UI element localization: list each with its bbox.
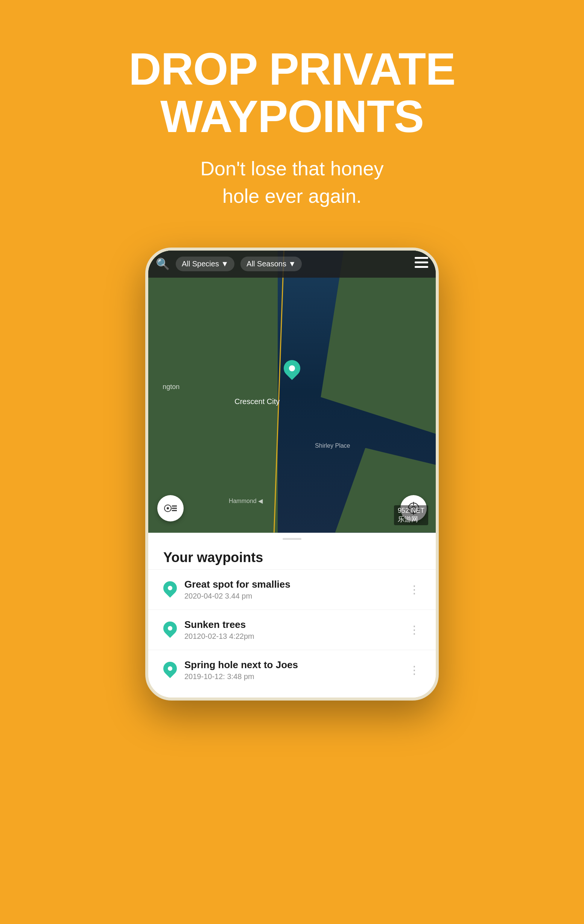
waypoints-list: Great spot for smallies 2020-04-02 3.44 … xyxy=(148,569,436,690)
waypoint-name-2: Sunken trees xyxy=(185,619,401,630)
waypoint-pin-icon xyxy=(163,662,177,678)
waypoint-info-1: Great spot for smallies 2020-04-02 3.44 … xyxy=(185,579,401,601)
hero-subtitle: Don't lose that honey hole ever again. xyxy=(129,155,455,210)
species-filter-label: All Species ▼ xyxy=(182,260,228,268)
svg-point-4 xyxy=(167,507,169,510)
waypoint-item: Sunken trees 20120-02-13 4:22pm ⋮ xyxy=(148,609,436,650)
waypoint-more-3[interactable]: ⋮ xyxy=(409,664,421,676)
waypoint-name-3: Spring hole next to Joes xyxy=(185,659,401,671)
waypoint-pin-icon xyxy=(163,581,177,598)
hero-subtitle-line2: hole ever again. xyxy=(223,185,361,207)
waypoint-date-1: 2020-04-02 3.44 pm xyxy=(185,592,401,601)
svg-rect-1 xyxy=(415,261,428,263)
map-waypoint-pin[interactable] xyxy=(284,360,300,380)
layers-icon[interactable] xyxy=(415,257,428,271)
pin-small-circle xyxy=(161,619,180,638)
watermark-text: 952.NET xyxy=(398,507,424,514)
waypoints-list-button[interactable] xyxy=(157,495,184,521)
svg-rect-0 xyxy=(415,257,428,259)
hero-title: DROP PRIVATE WAYPOINTS xyxy=(129,45,455,140)
map-area: ngton Crescent City Shirley Place Hammon… xyxy=(148,251,436,533)
waypoint-more-1[interactable]: ⋮ xyxy=(409,584,421,595)
watermark-sub: 乐游网 xyxy=(398,515,418,523)
hero-subtitle-line1: Don't lose that honey xyxy=(201,158,384,180)
hero-section: DROP PRIVATE WAYPOINTS Don't lose that h… xyxy=(129,0,455,233)
waypoint-name-1: Great spot for smallies xyxy=(185,579,401,590)
waypoint-info-2: Sunken trees 20120-02-13 4:22pm xyxy=(185,619,401,641)
phone-mockup: ngton Crescent City Shirley Place Hammon… xyxy=(145,248,439,701)
map-toolbar: 🔍 All Species ▼ All Seasons ▼ xyxy=(148,251,436,278)
pin-circle xyxy=(280,356,304,380)
search-icon[interactable]: 🔍 xyxy=(156,257,170,271)
species-filter[interactable]: All Species ▼ xyxy=(176,257,234,271)
watermark: 952.NET 乐游网 xyxy=(394,505,428,525)
sheet-title: Your waypoints xyxy=(148,544,436,569)
waypoint-info-3: Spring hole next to Joes 2019-10-12: 3:4… xyxy=(185,659,401,681)
waypoint-date-2: 20120-02-13 4:22pm xyxy=(185,632,401,641)
seasons-filter-label: All Seasons ▼ xyxy=(246,260,296,268)
waypoint-more-2[interactable]: ⋮ xyxy=(409,624,421,635)
waypoint-item: Great spot for smallies 2020-04-02 3.44 … xyxy=(148,569,436,609)
pin-small-circle xyxy=(161,578,180,597)
sheet-handle xyxy=(282,538,302,540)
hero-title-line2: WAYPOINTS xyxy=(160,91,424,142)
bottom-sheet: Your waypoints Great spot for smallies 2… xyxy=(148,538,436,698)
seasons-filter[interactable]: All Seasons ▼ xyxy=(241,257,302,271)
waypoint-date-3: 2019-10-12: 3:48 pm xyxy=(185,672,401,681)
svg-rect-2 xyxy=(415,266,428,268)
hero-title-line1: DROP PRIVATE xyxy=(129,44,455,94)
waypoint-pin-icon xyxy=(163,622,177,638)
phone-frame: ngton Crescent City Shirley Place Hammon… xyxy=(145,248,439,701)
waypoint-item: Spring hole next to Joes 2019-10-12: 3:4… xyxy=(148,650,436,690)
pin-small-circle xyxy=(161,659,180,678)
